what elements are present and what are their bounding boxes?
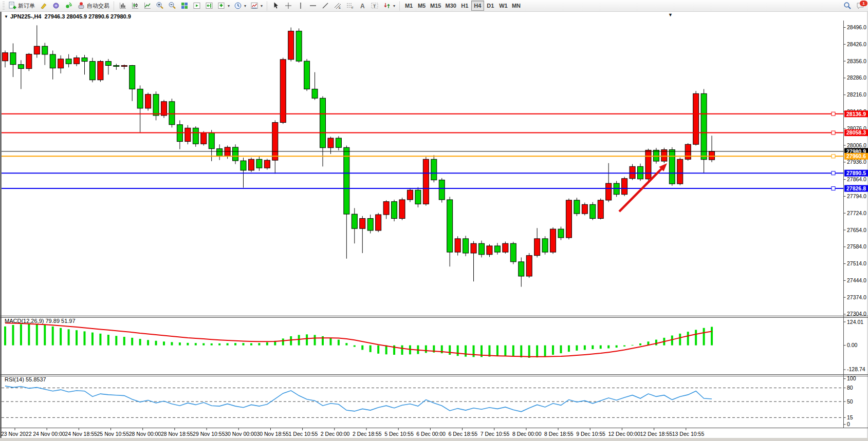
candlestick [701, 89, 707, 173]
macd-histogram-bar [234, 343, 236, 345]
candle-body [241, 161, 246, 170]
macd-histogram-bar [528, 346, 530, 358]
time-axis-label: 9 Dec 10:55 [576, 431, 605, 437]
line-handle[interactable] [832, 131, 835, 135]
time-axis-label: 12 Dec 18:55 [640, 431, 673, 437]
chart-shift-button[interactable] [203, 1, 215, 11]
timeframe-button-m5[interactable]: M5 [415, 1, 428, 11]
candle-body [526, 256, 532, 276]
candlestick [304, 59, 310, 91]
metaeditor-button[interactable] [38, 1, 50, 11]
candle-body [503, 243, 508, 252]
axis-tick-label: 28216.0 [847, 91, 866, 98]
candlestick [98, 60, 103, 82]
timeframe-button-h1[interactable]: H1 [458, 1, 471, 11]
macd-histogram-bar [600, 346, 602, 349]
price-line-label-text: 27960.6 [846, 153, 866, 159]
line-chart-button[interactable] [141, 1, 154, 11]
macd-histogram-bar [703, 328, 705, 346]
auto-trading-button[interactable]: 自动交易 [75, 1, 112, 11]
candle-body [447, 200, 453, 252]
vertical-line-button[interactable] [294, 1, 307, 11]
fibonacci-button[interactable]: F [344, 1, 356, 11]
trendline-button[interactable] [319, 1, 331, 11]
timeframe-button-m1[interactable]: M1 [402, 1, 415, 11]
timeframe-button-w1[interactable]: W1 [497, 1, 510, 11]
macd-histogram-bar [345, 343, 347, 345]
candle-body [709, 151, 715, 160]
candle-body [463, 239, 469, 253]
search-button[interactable] [841, 1, 854, 11]
templates-button[interactable]: ▾ [248, 1, 265, 11]
candlestick [669, 147, 675, 186]
line-handle[interactable] [832, 171, 835, 175]
candlestick [225, 146, 230, 159]
shapes-button[interactable]: ▾ [381, 1, 397, 11]
candlestick [645, 149, 651, 181]
timeframe-button-mn[interactable]: MN [510, 1, 523, 11]
zoom-in-button[interactable] [154, 1, 166, 11]
chart-symbol-readout[interactable]: ▼JPN225-,H4 27946.3 28045.9 27890.6 2798… [4, 13, 131, 20]
trading-terminal-window: 28496.028426.028356.028286.028216.028146… [0, 0, 868, 441]
chat-button[interactable]: 1 [854, 1, 866, 11]
candlestick [598, 199, 603, 220]
fibonacci-icon: F [346, 2, 354, 10]
signals-button[interactable] [62, 1, 75, 11]
new-order-button[interactable]: 新订单 [6, 1, 37, 11]
line-handle[interactable] [832, 112, 835, 116]
candlestick [677, 158, 683, 185]
candlestick [423, 157, 429, 206]
bar-chart-button[interactable] [117, 1, 129, 11]
macd-histogram-bar [338, 340, 340, 346]
indicators-button[interactable]: ▾ [215, 1, 232, 11]
candlestick [392, 200, 397, 221]
label-button[interactable]: T [368, 1, 381, 11]
candle-body [288, 31, 294, 60]
new-order-icon [8, 2, 16, 10]
periods-button[interactable]: ▾ [232, 1, 248, 11]
text-button[interactable]: A [356, 1, 368, 11]
horizontal-line-button[interactable] [307, 1, 319, 11]
macd-histogram-bar [163, 341, 165, 345]
candle-body [185, 128, 191, 141]
timeframe-button-m15[interactable]: M15 [428, 1, 443, 11]
candle-body [598, 200, 603, 219]
zoom-out-button[interactable] [166, 1, 178, 11]
candlestick [121, 65, 127, 69]
chart-dropdown-arrow-icon[interactable]: ▼ [668, 12, 673, 17]
timeframe-button-d1[interactable]: D1 [484, 1, 497, 11]
price-line-label-text: 28058.3 [846, 129, 866, 136]
macd-histogram-bar [131, 338, 133, 346]
candlestick [161, 100, 167, 118]
timeframe-button-m30[interactable]: M30 [443, 1, 458, 11]
candle-body [367, 219, 373, 231]
candle-body [510, 243, 516, 262]
axis-tick-label: 27936.0 [847, 159, 866, 165]
tile-windows-button[interactable] [178, 1, 191, 11]
candlestick [66, 54, 71, 68]
macd-histogram-bar [36, 324, 38, 345]
candlestick [630, 164, 635, 180]
market-button[interactable] [50, 1, 62, 11]
candlestick [431, 155, 437, 182]
macd-histogram-bar [4, 327, 6, 346]
candlestick [145, 92, 151, 110]
label-icon: T [371, 2, 379, 10]
candlestick-button[interactable] [129, 1, 141, 11]
candlestick [296, 28, 302, 63]
axis-tick-label: 27374.0 [847, 294, 866, 300]
candlestick [622, 177, 627, 196]
macd-histogram-bar [607, 346, 610, 349]
cursor-button[interactable] [270, 1, 282, 11]
timeframe-button-h4[interactable]: H4 [471, 1, 484, 11]
svg-text:E: E [339, 6, 341, 9]
auto-scroll-button[interactable] [191, 1, 203, 11]
axis-tick-label: 27794.0 [847, 193, 866, 199]
line-handle[interactable] [832, 155, 835, 158]
candlestick [58, 55, 64, 73]
line-handle[interactable] [832, 187, 835, 190]
channel-button[interactable]: E [331, 1, 344, 11]
time-axis-label: 8 Dec 18:55 [544, 431, 574, 437]
crosshair-button[interactable] [282, 1, 294, 11]
price-chart: 28496.028426.028356.028286.028216.028146… [0, 0, 868, 441]
